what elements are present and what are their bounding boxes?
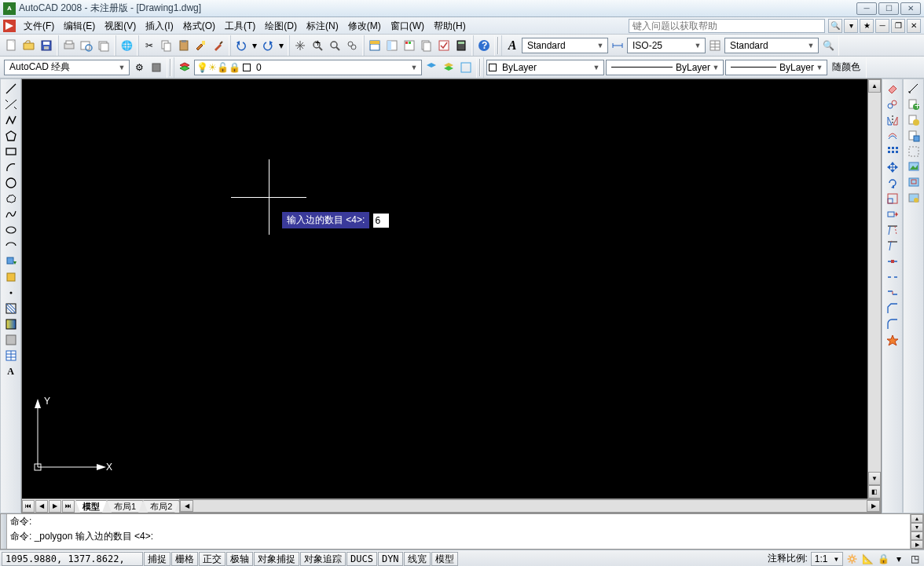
anno-scale-combo[interactable]: 1:1 ▾ xyxy=(811,552,843,566)
markup-icon[interactable] xyxy=(436,38,452,53)
new-icon[interactable] xyxy=(4,38,20,53)
sheet-set-icon[interactable] xyxy=(419,38,434,53)
open-icon[interactable] xyxy=(21,38,37,53)
brush-icon[interactable] xyxy=(211,38,226,53)
cut-icon[interactable]: ✂ xyxy=(141,38,157,53)
tool-palette-icon[interactable] xyxy=(402,38,417,53)
stretch-icon[interactable] xyxy=(884,206,901,222)
table-style-icon[interactable] xyxy=(707,38,723,53)
offset-icon[interactable] xyxy=(884,128,901,144)
mirror-icon[interactable] xyxy=(884,112,901,128)
ellipse-arc-icon[interactable] xyxy=(2,238,20,254)
doc-restore-button[interactable]: ❐ xyxy=(891,19,905,33)
scroll-down-icon[interactable]: ▼ xyxy=(868,472,881,485)
tab-next-icon[interactable]: ▶ xyxy=(49,500,61,513)
status-ducs[interactable]: DUCS xyxy=(346,552,377,566)
menu-modify[interactable]: 修改(M) xyxy=(343,18,386,34)
drawing-canvas[interactable]: 输入边的数目 <4>: Y X xyxy=(22,79,867,498)
dist-icon[interactable] xyxy=(905,81,922,97)
anno-visibility-icon[interactable]: 🔅 xyxy=(844,551,860,567)
save-icon[interactable] xyxy=(38,38,54,53)
plot-preview-icon[interactable] xyxy=(79,38,94,53)
lineweight-combo[interactable]: ByLayer▼ xyxy=(725,60,827,75)
menu-tools[interactable]: 工具(T) xyxy=(220,18,260,34)
circle-icon[interactable] xyxy=(2,175,20,191)
minimize-button[interactable]: ─ xyxy=(856,2,877,15)
xref-bind-icon[interactable] xyxy=(905,128,922,144)
dim-style-combo[interactable]: ISO-25▼ xyxy=(627,38,706,53)
tab-layout2[interactable]: 布局2 xyxy=(143,500,179,513)
fillet-icon[interactable] xyxy=(884,316,901,332)
image-clip-icon[interactable] xyxy=(905,175,922,191)
calc-icon[interactable] xyxy=(453,38,469,53)
layer-states-icon[interactable] xyxy=(441,60,456,75)
menu-edit[interactable]: 编辑(E) xyxy=(59,18,100,34)
mtext-icon[interactable]: A xyxy=(2,363,20,379)
pline-icon[interactable] xyxy=(2,112,20,128)
menu-insert[interactable]: 插入(I) xyxy=(141,18,178,34)
close-button[interactable]: ✕ xyxy=(900,2,921,15)
erase-icon[interactable] xyxy=(884,81,901,97)
scroll-left-icon[interactable]: ◀ xyxy=(180,500,193,512)
scroll-grip-icon[interactable]: ◧ xyxy=(868,485,881,498)
spline-icon[interactable] xyxy=(2,206,20,222)
trim-icon[interactable] xyxy=(884,222,901,238)
xline-icon[interactable] xyxy=(2,97,20,112)
layer-iso-icon[interactable] xyxy=(458,60,474,75)
revcloud-icon[interactable] xyxy=(2,191,20,206)
menu-view[interactable]: 视图(V) xyxy=(100,18,141,34)
tab-prev-icon[interactable]: ◀ xyxy=(35,500,48,513)
scale-icon[interactable] xyxy=(884,191,901,206)
document-icon[interactable] xyxy=(3,20,16,32)
status-lwt[interactable]: 线宽 xyxy=(404,552,431,566)
rotate-icon[interactable] xyxy=(884,175,901,191)
extend-icon[interactable] xyxy=(884,238,901,254)
status-coordinates[interactable]: 1095.9880, 1377.8622, 0.0000 xyxy=(2,552,143,566)
status-polar[interactable]: 极轴 xyxy=(226,552,253,566)
status-model[interactable]: 模型 xyxy=(431,552,458,566)
color-combo[interactable]: ByLayer▼ xyxy=(486,60,604,75)
text-style-combo[interactable]: Standard▼ xyxy=(522,38,608,53)
layer-combo[interactable]: 💡☀🔓🔒 0▼ xyxy=(194,60,422,75)
help-search-input[interactable] xyxy=(629,19,825,33)
image-adjust-icon[interactable] xyxy=(905,191,922,206)
join-icon[interactable] xyxy=(884,285,901,301)
menu-format[interactable]: 格式(O) xyxy=(178,18,220,34)
status-grid[interactable]: 栅格 xyxy=(171,552,198,566)
pan-icon[interactable] xyxy=(292,38,308,53)
array-icon[interactable] xyxy=(884,144,901,159)
horizontal-scrollbar[interactable]: ◀ ▶ xyxy=(179,499,881,513)
dynamic-prompt-input[interactable] xyxy=(372,213,390,228)
paste-icon[interactable] xyxy=(176,38,192,53)
match-prop-icon[interactable] xyxy=(193,38,209,53)
zoom-prev-icon[interactable] xyxy=(344,38,360,53)
undo-dropdown-icon[interactable]: ▾ xyxy=(251,38,258,53)
line-icon[interactable] xyxy=(2,81,20,97)
search-icon[interactable]: 🔍 xyxy=(828,19,842,33)
favorites-icon[interactable]: ★ xyxy=(860,19,874,33)
status-tray-icon[interactable]: ▾ xyxy=(891,551,907,567)
doc-close-button[interactable]: ✕ xyxy=(907,19,921,33)
workspace-combo[interactable]: AutoCAD 经典▼ xyxy=(4,60,130,75)
command-grip[interactable] xyxy=(1,514,7,549)
redo-icon[interactable] xyxy=(260,38,276,53)
menu-file[interactable]: 文件(F) xyxy=(19,18,59,34)
status-otrack[interactable]: 对象追踪 xyxy=(300,552,346,566)
tab-last-icon[interactable]: ⏭ xyxy=(62,500,75,513)
hatch-icon[interactable] xyxy=(2,301,20,316)
comm-center-icon[interactable]: ▾ xyxy=(844,19,858,33)
xref-frame-icon[interactable] xyxy=(905,144,922,159)
tab-first-icon[interactable]: ⏮ xyxy=(22,500,35,513)
table-style-combo[interactable]: Standard▼ xyxy=(724,38,819,53)
zoom-realtime-icon[interactable]: + xyxy=(310,38,325,53)
design-center-icon[interactable] xyxy=(384,38,400,53)
menu-help[interactable]: 帮助(H) xyxy=(429,18,471,34)
zoom-window-icon[interactable] xyxy=(327,38,343,53)
polygon-icon[interactable] xyxy=(2,128,20,144)
status-snap[interactable]: 捕捉 xyxy=(144,552,170,566)
command-scrollbar[interactable]: ▲▼ ◀▶ xyxy=(910,514,923,549)
plot-icon[interactable] xyxy=(61,38,77,53)
status-lock-icon[interactable]: 🔒 xyxy=(875,551,891,567)
point-icon[interactable] xyxy=(2,285,20,301)
tab-layout1[interactable]: 布局1 xyxy=(107,500,143,513)
